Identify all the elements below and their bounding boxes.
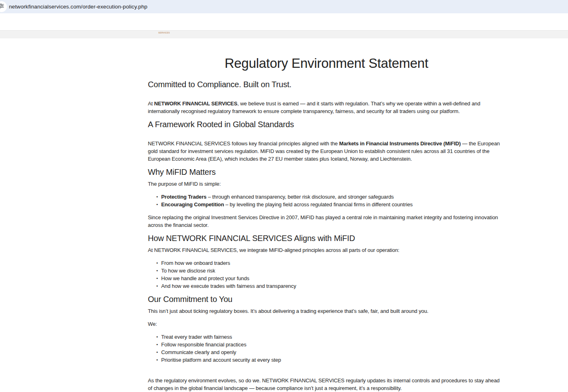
mifid-directive-bold: Markets in Financial Instruments Directi… bbox=[339, 140, 461, 147]
heading-aligns-with-mifid: How NETWORK FINANCIAL SERVICES Aligns wi… bbox=[148, 234, 505, 243]
alignment-list: From how we onboard traders To how we di… bbox=[148, 259, 505, 290]
tune-icon bbox=[0, 3, 4, 10]
paragraph-purpose: The purpose of MiFID is simple: bbox=[148, 180, 505, 188]
address-bar[interactable]: networkfinancialservices.com/order-execu… bbox=[0, 0, 568, 13]
list-item: From how we onboard traders bbox=[161, 259, 505, 267]
list-item: How we handle and protect your funds bbox=[161, 275, 505, 282]
mifid-purpose-list: Protecting Traders – through enhanced tr… bbox=[148, 193, 505, 208]
commitment-list: Treat every trader with fairness Follow … bbox=[148, 333, 505, 364]
paragraph-since-2007: Since replacing the original Investment … bbox=[148, 214, 505, 229]
bullet-lead-bold: Protecting Traders bbox=[161, 194, 206, 200]
text-segment: – by levelling the playing field across … bbox=[224, 201, 412, 208]
list-item: Follow responsible financial practices bbox=[161, 341, 505, 348]
url-text: networkfinancialservices.com/order-execu… bbox=[9, 4, 147, 10]
paragraph-closing: As the regulatory environment evolves, s… bbox=[148, 377, 505, 392]
list-item: To how we disclose risk bbox=[161, 267, 505, 275]
paragraph-we: We: bbox=[148, 320, 505, 328]
heading-committed-to-compliance: Committed to Compliance. Built on Trust. bbox=[148, 80, 505, 89]
paragraph-integrate: At NETWORK FINANCIAL SERVICES, we integr… bbox=[148, 246, 505, 254]
text-segment: At bbox=[148, 101, 154, 107]
site-header-band: SERVICES bbox=[0, 30, 568, 38]
list-item: Communicate clearly and openly bbox=[161, 348, 505, 356]
heading-framework: A Framework Rooted in Global Standards bbox=[148, 120, 505, 129]
article: Regulatory Environment Statement Committ… bbox=[148, 38, 505, 392]
paragraph-commitment: This isn’t just about ticking regulatory… bbox=[148, 307, 505, 315]
list-item: Prioritise platform and account security… bbox=[161, 356, 505, 364]
page-title: Regulatory Environment Statement bbox=[148, 55, 505, 72]
list-item: And how we execute trades with fairness … bbox=[161, 282, 505, 290]
site-logo[interactable]: SERVICES bbox=[158, 31, 170, 34]
heading-why-mifid-matters: Why MiFID Matters bbox=[148, 168, 505, 176]
text-segment: – through enhanced transparency, better … bbox=[206, 194, 394, 200]
list-item: Treat every trader with fairness bbox=[161, 333, 505, 341]
company-name-bold: NETWORK FINANCIAL SERVICES bbox=[154, 101, 238, 107]
list-item: Encouraging Competition – by levelling t… bbox=[161, 201, 505, 208]
text-segment: NETWORK FINANCIAL SERVICES follows key f… bbox=[148, 140, 339, 147]
site-header-strip bbox=[0, 13, 568, 30]
paragraph-framework: NETWORK FINANCIAL SERVICES follows key f… bbox=[148, 140, 505, 163]
site-info-button[interactable] bbox=[0, 1, 7, 12]
heading-our-commitment: Our Commitment to You bbox=[148, 295, 505, 304]
bullet-lead-bold: Encouraging Competition bbox=[161, 201, 224, 208]
paragraph-intro: At NETWORK FINANCIAL SERVICES, we believ… bbox=[148, 100, 505, 115]
list-item: Protecting Traders – through enhanced tr… bbox=[161, 193, 505, 201]
